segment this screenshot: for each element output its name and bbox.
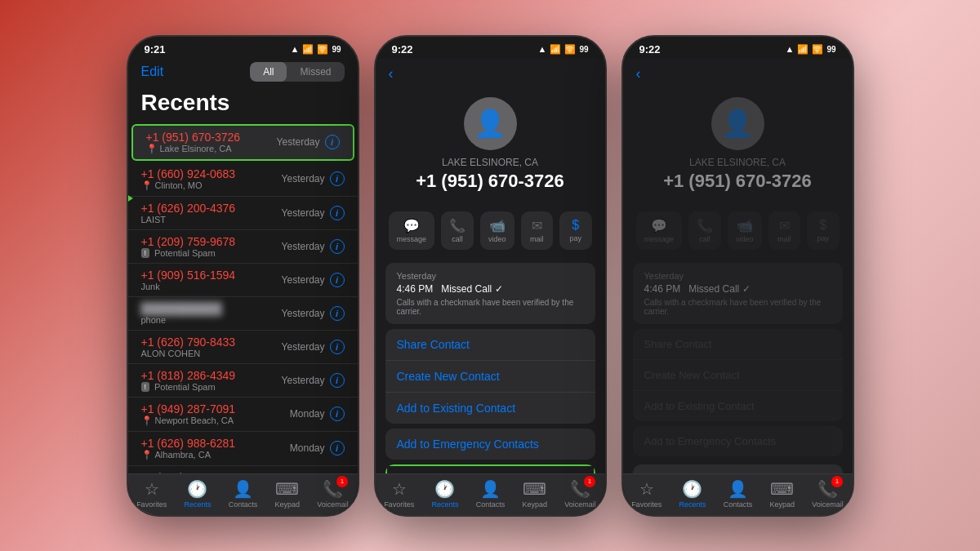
call-number-highlighted: +1 (951) 670-3726 — [146, 131, 277, 144]
avatar: 👤 — [464, 97, 517, 150]
contact-location: LAKE ELSINORE, CA — [442, 157, 538, 168]
info-btn[interactable]: i — [330, 239, 345, 254]
tab-keypad-3[interactable]: ⌨ Keypad — [770, 479, 795, 509]
status-time-2: 9:22 — [392, 43, 413, 56]
call-note: Calls with a checkmark have been verifie… — [397, 298, 584, 316]
block-confirm-screen: ‹ 👤 LAKE ELSINORE, CA +1 (951) 670-3726 … — [623, 59, 853, 514]
tab-bar-1: ☆ Favorites 🕐 Recents 👤 Contacts ⌨ Keypa… — [128, 473, 358, 515]
emergency-contacts-item[interactable]: Add to Emergency Contacts — [385, 429, 595, 460]
call-button-3: 📞 call — [688, 211, 721, 250]
info-btn[interactable]: i — [330, 171, 345, 186]
action-buttons-3: 💬 message 📞 call 📹 video ✉ mail $ pay — [623, 203, 853, 258]
pay-icon: $ — [572, 218, 579, 233]
call-time: 4:46 PM Missed Call ✓ — [397, 283, 584, 295]
video-button[interactable]: 📹 video — [480, 211, 514, 250]
status-icons-3: ▲ 📶 🛜 99 — [785, 44, 835, 55]
mail-icon: ✉ — [532, 218, 542, 233]
call-detail-card: Yesterday 4:46 PM Missed Call ✓ Calls wi… — [385, 263, 595, 324]
contact-location-3: LAKE ELSINORE, CA — [689, 157, 786, 168]
call-date-label: Yesterday — [397, 271, 584, 281]
status-time-1: 9:21 — [145, 43, 166, 56]
back-button-3[interactable]: ‹ — [623, 59, 853, 89]
page-title: Recents — [128, 88, 358, 122]
call-item-highlighted[interactable]: +1 (951) 670-3726 📍Lake Elsinore, CA Yes… — [131, 124, 354, 161]
back-button[interactable]: ‹ — [376, 59, 605, 89]
pay-button[interactable]: $ pay — [559, 211, 591, 250]
call-detail-card-3: Yesterday 4:46 PM Missed Call ✓ Calls wi… — [633, 263, 843, 324]
phone-recents: 9:21 ▲ 📶 🛜 99 Edit All Missed Recents +1… — [127, 35, 359, 517]
video-button-3: 📹 video — [728, 211, 762, 250]
status-icons-2: ▲ 📶 🛜 99 — [537, 44, 588, 55]
tab-favorites[interactable]: ☆ Favorites — [136, 479, 167, 509]
status-time-3: 9:22 — [639, 43, 661, 56]
info-btn[interactable]: i — [330, 340, 345, 354]
emergency-menu: Add to Emergency Contacts — [385, 429, 595, 460]
status-icons-1: ▲ 📶 🛜 99 — [290, 44, 341, 55]
mail-button[interactable]: ✉ mail — [521, 211, 553, 250]
tab-recents[interactable]: 🕐 Recents — [184, 479, 211, 509]
add-existing-item[interactable]: Add to Existing Contact — [385, 393, 595, 424]
tab-favorites-3[interactable]: ☆ Favorites — [631, 479, 662, 509]
tab-keypad-2[interactable]: ⌨ Keypad — [523, 479, 548, 509]
contact-number: +1 (951) 670-3726 — [416, 171, 564, 192]
create-contact-item[interactable]: Create New Contact — [385, 361, 595, 393]
tab-contacts[interactable]: 👤 Contacts — [229, 479, 258, 509]
info-btn[interactable]: i — [330, 273, 345, 287]
recents-tabs: All Missed — [250, 62, 344, 82]
call-item[interactable]: +1 (909) 516-1594 Junk Yesterday i — [128, 264, 358, 297]
contact-detail-screen: ‹ 👤 LAKE ELSINORE, CA +1 (951) 670-3726 … — [376, 59, 605, 514]
tab-voicemail-3[interactable]: 📞 1 Voicemail — [812, 479, 844, 509]
call-location-highlighted: 📍Lake Elsinore, CA — [146, 144, 277, 154]
tab-contacts-3[interactable]: 👤 Contacts — [724, 479, 753, 509]
call-item[interactable]: +1 (626) 988-6281 📍Alhambra, CA Monday i — [128, 432, 358, 466]
call-item-blurred[interactable]: ██████████ phone Yesterday i — [128, 297, 358, 331]
phone-contact-detail: 9:22 ▲ 📶 🛜 99 ‹ 👤 LAKE ELSINORE, CA +1 (… — [374, 35, 607, 517]
green-arrow-phone1 — [127, 190, 133, 207]
tab-bar-2: ☆ Favorites 🕐 Recents 👤 Contacts ⌨ Keypa… — [376, 473, 605, 515]
call-list: +1 (951) 670-3726 📍Lake Elsinore, CA Yes… — [128, 122, 358, 514]
call-icon: 📞 — [449, 218, 466, 233]
call-item[interactable]: +1 (660) 924-0683 📍Clinton, MO Yesterday… — [128, 162, 358, 197]
recents-screen: Edit All Missed Recents +1 (951) 670-372… — [128, 59, 358, 514]
tab-missed[interactable]: Missed — [287, 62, 344, 82]
status-bar-2: 9:22 ▲ 📶 🛜 99 — [376, 37, 605, 59]
contact-number-3: +1 (951) 670-3726 — [663, 171, 812, 192]
tab-keypad[interactable]: ⌨ Keypad — [275, 479, 301, 509]
info-btn-highlighted[interactable]: i — [325, 135, 340, 149]
recents-header: Edit All Missed — [128, 59, 358, 88]
call-item[interactable]: +1 (209) 759-9678 !Potential Spam Yester… — [128, 230, 358, 264]
info-btn[interactable]: i — [330, 206, 345, 220]
call-button[interactable]: 📞 call — [441, 211, 474, 250]
mail-button-3: ✉ mail — [768, 211, 800, 250]
info-btn[interactable]: i — [330, 373, 345, 388]
call-item[interactable]: +1 (626) 790-8433 ALON COHEN Yesterday i — [128, 331, 358, 364]
edit-button[interactable]: Edit — [141, 64, 164, 79]
status-bar-1: 9:21 ▲ 📶 🛜 99 — [128, 37, 358, 59]
call-item[interactable]: +1 (818) 286-4349 !Potential Spam Yester… — [128, 364, 358, 398]
share-contact-item[interactable]: Share Contact — [385, 329, 595, 361]
info-btn[interactable]: i — [330, 441, 345, 455]
pay-button-3: $ pay — [807, 211, 839, 250]
contact-menu: Share Contact Create New Contact Add to … — [385, 329, 595, 424]
tab-recents-2[interactable]: 🕐 Recents — [431, 479, 458, 509]
info-btn[interactable]: i — [330, 407, 345, 421]
tab-bar-3: ☆ Favorites 🕐 Recents 👤 Contacts ⌨ Keypa… — [623, 473, 853, 515]
tab-recents-3[interactable]: 🕐 Recents — [679, 479, 706, 509]
contact-hero-3: 👤 LAKE ELSINORE, CA +1 (951) 670-3726 — [623, 89, 853, 203]
call-item[interactable]: +1 (626) 200-4376 LAIST Yesterday i — [128, 197, 358, 230]
emergency-menu-3: Add to Emergency Contacts — [633, 426, 843, 456]
message-button[interactable]: 💬 message — [389, 211, 435, 250]
tab-all[interactable]: All — [250, 62, 287, 82]
message-button-3: 💬 message — [636, 211, 683, 250]
action-buttons: 💬 message 📞 call 📹 video ✉ mail $ pay — [376, 203, 605, 258]
status-bar-3: 9:22 ▲ 📶 🛜 99 — [623, 37, 853, 59]
call-item[interactable]: +1 (949) 287-7091 📍Newport Beach, CA Mon… — [128, 398, 358, 432]
video-icon: 📹 — [489, 218, 506, 233]
tab-favorites-2[interactable]: ☆ Favorites — [384, 479, 414, 509]
tab-contacts-2[interactable]: 👤 Contacts — [476, 479, 506, 509]
tab-voicemail[interactable]: 📞 1 Voicemail — [317, 479, 349, 509]
contact-hero: 👤 LAKE ELSINORE, CA +1 (951) 670-3726 — [376, 89, 605, 203]
info-btn[interactable]: i — [330, 306, 345, 321]
tab-voicemail-2[interactable]: 📞 1 Voicemail — [564, 479, 596, 509]
avatar-3: 👤 — [711, 97, 764, 150]
